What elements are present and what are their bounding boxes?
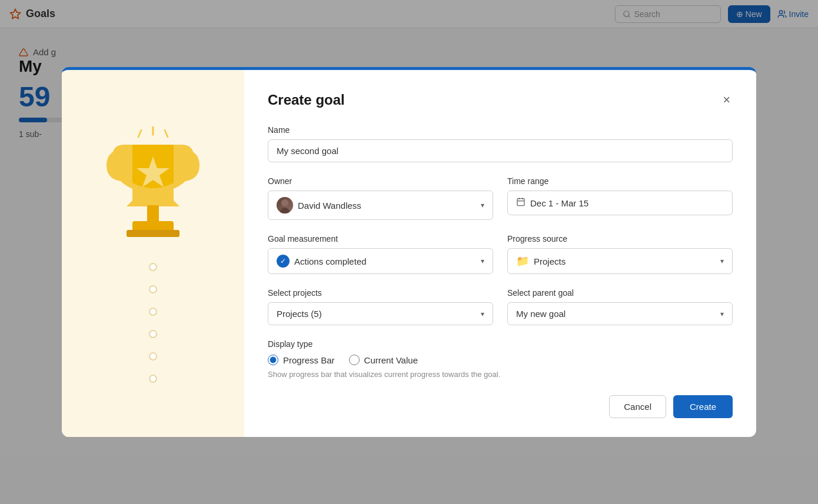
parent-goal-label: Select parent goal <box>507 288 733 298</box>
owner-col: Owner David Wandless ▾ <box>268 176 493 220</box>
cancel-button[interactable]: Cancel <box>609 395 666 418</box>
modal-overlay: Create goal × Name Owner <box>0 0 818 504</box>
progress-source-label: Progress source <box>507 234 733 243</box>
goal-measurement-select[interactable]: ✓ Actions completed ▾ <box>268 248 493 274</box>
name-section: Name <box>268 125 733 162</box>
svg-rect-9 <box>127 230 179 237</box>
display-type-label: Display type <box>268 339 733 349</box>
svg-rect-7 <box>147 205 159 223</box>
modal-header: Create goal × <box>268 91 733 109</box>
measurement-content: ✓ Actions completed <box>277 255 367 268</box>
dot-1 <box>149 263 157 271</box>
trophy-icon <box>100 124 206 253</box>
progress-source-content: 📁 Projects <box>516 255 566 268</box>
modal-title: Create goal <box>268 92 345 108</box>
select-projects-label: Select projects <box>268 288 493 298</box>
milestone-dots <box>149 263 157 383</box>
projects-chevron-icon: ▾ <box>481 310 484 318</box>
time-range-label: Time range <box>507 176 733 186</box>
measurement-col: Goal measurement ✓ Actions completed ▾ <box>268 234 493 274</box>
modal-illustration <box>62 70 244 437</box>
folder-icon: 📁 <box>516 255 529 268</box>
projects-col: Select projects Projects (5) ▾ <box>268 288 493 325</box>
chevron-down-icon: ▾ <box>481 201 484 209</box>
select-projects-dropdown[interactable]: Projects (5) ▾ <box>268 302 493 325</box>
dot-4 <box>149 330 157 338</box>
trophy-container <box>100 124 206 253</box>
time-range-col: Time range Dec 1 - Mar 15 <box>507 176 733 220</box>
progress-source-select[interactable]: 📁 Projects ▾ <box>507 248 733 274</box>
display-type-hint: Show progress bar that visualizes curren… <box>268 370 733 379</box>
time-range-select[interactable]: Dec 1 - Mar 15 <box>507 191 733 215</box>
goal-measurement-label: Goal measurement <box>268 234 493 243</box>
create-goal-modal: Create goal × Name Owner <box>62 67 756 437</box>
display-type-section: Display type Progress Bar Current Value … <box>268 339 733 379</box>
measurement-chevron-icon: ▾ <box>481 257 484 265</box>
dot-3 <box>149 308 157 316</box>
current-value-option[interactable]: Current Value <box>349 355 418 365</box>
calendar-icon <box>516 197 526 209</box>
source-chevron-icon: ▾ <box>720 257 724 265</box>
dot-2 <box>149 285 157 293</box>
progress-source-col: Progress source 📁 Projects ▾ <box>507 234 733 274</box>
owner-avatar <box>277 197 293 213</box>
owner-select-content: David Wandless <box>277 197 361 213</box>
owner-time-row: Owner David Wandless ▾ Time range <box>268 176 733 220</box>
parent-chevron-icon: ▾ <box>720 310 724 318</box>
name-label: Name <box>268 125 733 135</box>
current-value-radio[interactable] <box>349 355 360 365</box>
dot-6 <box>149 375 157 383</box>
progress-bar-radio[interactable] <box>268 355 278 365</box>
avatar-image <box>277 197 293 213</box>
owner-label: Owner <box>268 176 493 186</box>
owner-select[interactable]: David Wandless ▾ <box>268 191 493 220</box>
modal-form: Create goal × Name Owner <box>244 70 756 437</box>
parent-goal-dropdown[interactable]: My new goal ▾ <box>507 302 733 325</box>
check-icon: ✓ <box>277 255 290 268</box>
parent-goal-col: Select parent goal My new goal ▾ <box>507 288 733 325</box>
time-range-content: Dec 1 - Mar 15 <box>516 197 588 209</box>
parent-goal-content: My new goal <box>516 309 566 319</box>
svg-line-4 <box>138 130 141 137</box>
close-button[interactable]: × <box>720 91 733 109</box>
radio-group: Progress Bar Current Value <box>268 355 733 365</box>
projects-parent-row: Select projects Projects (5) ▾ Select pa… <box>268 288 733 325</box>
svg-line-5 <box>165 130 168 137</box>
svg-rect-10 <box>517 199 524 206</box>
measurement-source-row: Goal measurement ✓ Actions completed ▾ P… <box>268 234 733 274</box>
create-button[interactable]: Create <box>673 395 733 418</box>
dot-5 <box>149 352 157 361</box>
modal-footer: Cancel Create <box>268 395 733 418</box>
name-input[interactable] <box>268 139 733 162</box>
projects-content: Projects (5) <box>277 309 322 319</box>
progress-bar-option[interactable]: Progress Bar <box>268 355 335 365</box>
